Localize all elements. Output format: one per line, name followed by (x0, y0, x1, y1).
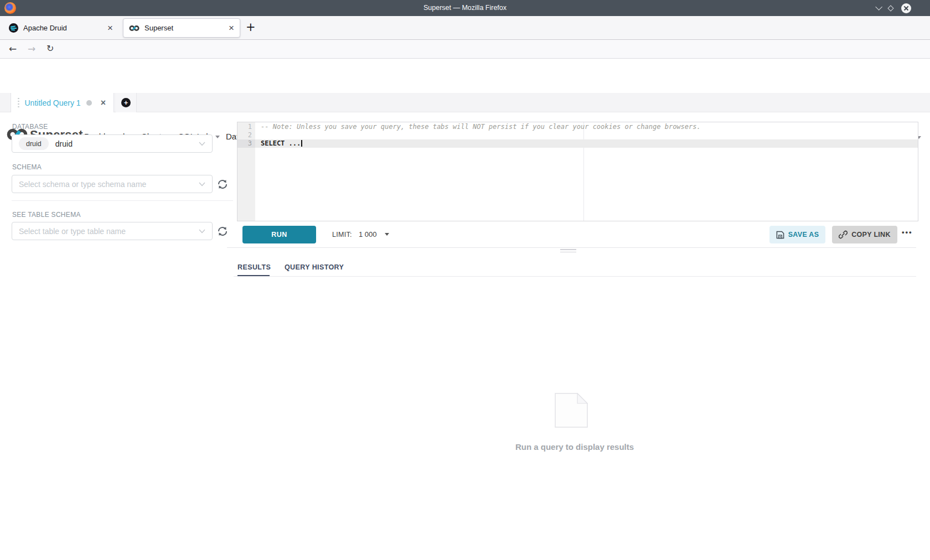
more-actions-button[interactable]: ••• (902, 228, 913, 236)
schema-input[interactable] (19, 180, 179, 189)
back-button[interactable]: ← (9, 43, 17, 54)
browser-tab-label: Superset (144, 24, 173, 32)
text-cursor (301, 140, 302, 147)
chevron-down-icon (215, 136, 220, 138)
run-button[interactable]: RUN (242, 226, 316, 243)
print-margin-line (583, 122, 584, 221)
window-maximize-icon[interactable] (887, 5, 893, 11)
line-number: 2 (237, 131, 252, 139)
superset-favicon (129, 25, 140, 32)
query-tab-active[interactable]: Untitled Query 1 × (11, 93, 114, 112)
browser-toolbar: ← → ↻ 172.18.0.4:32251/superset/sqllab/ … (0, 40, 930, 59)
unsaved-dot-icon (86, 100, 92, 106)
database-select[interactable]: druid druid (12, 134, 213, 153)
add-query-tab[interactable]: + (116, 93, 137, 112)
tab-close-icon[interactable]: × (229, 23, 234, 33)
plus-circle-icon: + (121, 98, 131, 107)
sql-comment-line: -- Note: Unless you save your query, the… (261, 123, 701, 131)
schema-select[interactable] (12, 175, 213, 193)
table-input[interactable] (19, 227, 179, 236)
window-title: Superset — Mozilla Firefox (0, 4, 930, 12)
empty-results-message: Run a query to display results (492, 442, 658, 452)
chevron-down-icon (199, 142, 205, 146)
browser-window: Superset — Mozilla Firefox Apache Druid … (0, 0, 930, 560)
query-tab-label[interactable]: Untitled Query 1 (25, 98, 81, 107)
limit-label: LIMIT: (332, 231, 352, 238)
sql-statement-line: SELECT ... (261, 139, 302, 148)
tab-query-history[interactable]: QUERY HISTORY (285, 263, 344, 271)
link-icon (839, 230, 848, 239)
line-number: 1 (237, 123, 252, 131)
window-close-icon[interactable] (901, 3, 911, 13)
tab-close-icon[interactable]: × (107, 23, 113, 33)
line-number: 3 (237, 139, 255, 148)
browser-tabbar: Apache Druid × Superset × + (0, 16, 930, 40)
reload-button[interactable]: ↻ (46, 43, 54, 54)
active-line-highlight (255, 139, 918, 148)
save-icon (776, 231, 784, 239)
results-divider (234, 276, 916, 277)
sidebar-divider (12, 200, 233, 201)
database-label: DATABASE (12, 123, 48, 131)
browser-tab-superset[interactable]: Superset × (123, 18, 240, 38)
tab-results[interactable]: RESULTS (237, 263, 271, 271)
refresh-schemas-icon[interactable] (216, 178, 229, 190)
limit-dropdown-icon[interactable] (385, 233, 389, 236)
browser-tab-label: Apache Druid (23, 24, 67, 32)
new-tab-button[interactable]: + (246, 22, 256, 33)
query-tabbar (0, 93, 930, 112)
limit-value[interactable]: 1 000 (359, 230, 377, 238)
query-tab-close-icon[interactable]: × (101, 98, 106, 107)
window-titlebar: Superset — Mozilla Firefox (0, 0, 930, 16)
browser-tab-druid[interactable]: Apache Druid × (3, 18, 118, 38)
editor-gutter: 1 2 3 (237, 122, 255, 221)
chevron-down-icon (199, 182, 205, 186)
database-type-pill: druid (19, 137, 49, 150)
table-schema-label: SEE TABLE SCHEMA (12, 211, 81, 219)
pane-divider (227, 247, 916, 248)
database-value: druid (55, 139, 73, 148)
druid-favicon (9, 23, 18, 33)
chevron-down-icon (199, 229, 205, 234)
sql-editor[interactable]: 1 2 3 -- Note: Unless you save your quer… (237, 122, 918, 221)
save-as-button[interactable]: SAVE AS (769, 226, 825, 243)
resize-handle[interactable] (560, 249, 576, 252)
table-select[interactable] (12, 222, 213, 240)
schema-label: SCHEMA (12, 163, 42, 171)
drag-handle-icon[interactable] (18, 98, 19, 108)
refresh-tables-icon[interactable] (216, 225, 229, 237)
empty-document-icon (555, 393, 588, 428)
superset-navbar: Superset Dashboards Charts SQL Lab Data … (0, 59, 930, 93)
copy-link-button[interactable]: COPY LINK (832, 226, 897, 243)
forward-button[interactable]: → (28, 43, 35, 54)
window-minimize-icon[interactable] (875, 3, 882, 11)
